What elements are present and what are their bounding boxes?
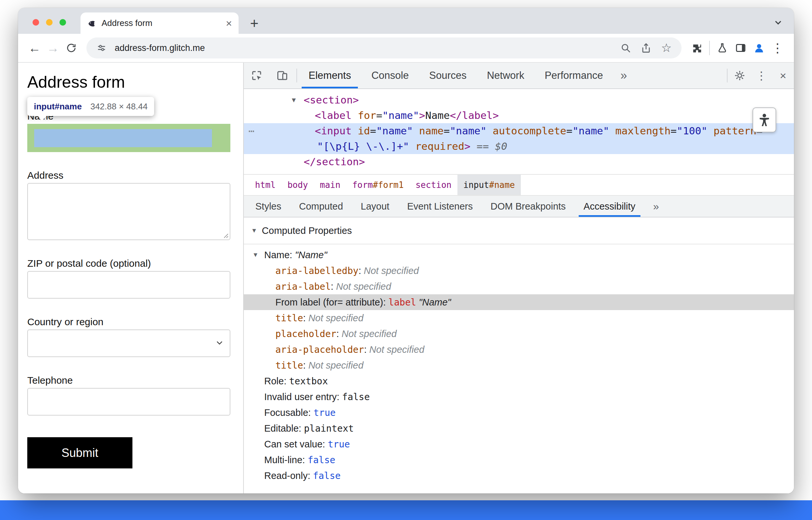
accessibility-person-button[interactable] [753, 107, 776, 132]
address-label: Address [27, 170, 230, 181]
experiments-flask-icon[interactable] [713, 39, 732, 57]
disclosure-triangle-icon[interactable]: ▼ [251, 227, 257, 234]
zip-input[interactable] [27, 271, 230, 298]
computed-properties-header[interactable]: ▼ Computed Properties [244, 217, 794, 244]
a11y-row-read-only[interactable]: Read-only: false [244, 468, 794, 484]
page-title: Address form [27, 73, 243, 92]
country-label: Country or region [27, 316, 230, 328]
dom-node-section-open[interactable]: ▼<section> [244, 92, 794, 108]
crumb-html[interactable]: html [249, 175, 282, 195]
more-panels-button[interactable]: » [613, 63, 634, 88]
devtools-settings-gear-icon[interactable] [729, 63, 751, 88]
person-icon [758, 113, 771, 127]
a11y-row-aria-label[interactable]: aria-label: Not specified [244, 279, 794, 294]
devtools-sidebar-tabs: Styles Computed Layout Event Listeners D… [244, 196, 794, 217]
crumb-form[interactable]: form#form1 [346, 175, 410, 195]
tooltip-element-name: input#name [34, 102, 82, 112]
site-settings-icon[interactable] [94, 41, 109, 55]
a11y-row-placeholder[interactable]: placeholder: Not specified [244, 326, 794, 342]
device-toolbar-button[interactable] [270, 63, 295, 88]
subtab-computed[interactable]: Computed [290, 196, 352, 217]
disclosure-triangle-icon[interactable]: ▼ [292, 92, 296, 108]
phone-input[interactable] [27, 388, 230, 416]
name-input[interactable] [27, 124, 230, 152]
zoom-icon[interactable] [618, 41, 633, 55]
dom-breadcrumbs: html body main form#form1 section input#… [244, 174, 794, 196]
elements-tree: ▼<section> <label for="name">Name</label… [244, 89, 794, 174]
back-button[interactable]: ← [25, 39, 44, 57]
resize-grip-icon[interactable] [220, 230, 229, 238]
dom-node-label[interactable]: <label for="name">Name</label> [244, 108, 794, 123]
browser-tab[interactable]: Address form × [80, 12, 238, 34]
node-options-dots-icon[interactable]: ⋯ [249, 123, 254, 139]
browser-window: Address form × + ← → address-form.glitch… [18, 8, 794, 493]
subtab-event-listeners[interactable]: Event Listeners [398, 196, 482, 217]
subtab-styles[interactable]: Styles [247, 196, 290, 217]
devtools-toolbar: Elements Console Sources Network Perform… [244, 63, 794, 89]
browser-toolbar: ← → address-form.glitch.me ☆ [18, 34, 794, 63]
accessibility-pane: ▼ Computed Properties ▼Name: "Name" aria… [244, 217, 794, 493]
devtools-tab-console[interactable]: Console [361, 63, 419, 88]
country-field-group: Country or region [27, 316, 230, 357]
dom-node-section-close[interactable]: </section> [244, 154, 794, 170]
subtab-layout[interactable]: Layout [352, 196, 398, 217]
phone-label: Telephone [27, 375, 230, 386]
dom-node-input-selected[interactable]: ⋯ <input id="name" name="name" autocompl… [244, 123, 794, 154]
a11y-row-editable[interactable]: Editable: plaintext [244, 420, 794, 436]
devtools-menu-kebab-icon[interactable]: ⋮ [751, 63, 772, 88]
tab-close-icon[interactable]: × [226, 18, 232, 29]
tooltip-arrow [38, 116, 46, 121]
minimize-window-button[interactable] [46, 19, 53, 26]
forward-button: → [44, 39, 62, 57]
a11y-row-from-label[interactable]: From label (for= attribute): label "Name… [244, 294, 794, 310]
extensions-puzzle-icon[interactable] [687, 39, 706, 57]
url-text[interactable]: address-form.glitch.me [115, 43, 205, 53]
a11y-row-focusable[interactable]: Focusable: true [244, 405, 794, 420]
zip-field-group: ZIP or postal code (optional) [27, 258, 230, 298]
tab-search-chevron-icon[interactable] [773, 17, 783, 29]
share-icon[interactable] [639, 41, 653, 55]
a11y-row-title[interactable]: title: Not specified [244, 310, 794, 326]
a11y-row-invalid-user-entry[interactable]: Invalid user entry: false [244, 389, 794, 405]
devtools-tab-elements[interactable]: Elements [298, 63, 361, 88]
devtools-panel: Elements Console Sources Network Perform… [244, 63, 794, 493]
address-textarea[interactable] [27, 183, 230, 240]
crumb-input-selected[interactable]: input#name [457, 175, 521, 195]
maximize-window-button[interactable] [59, 19, 66, 26]
devtools-tab-sources[interactable]: Sources [419, 63, 477, 88]
crumb-body[interactable]: body [282, 175, 314, 195]
a11y-row-role[interactable]: Role: textbox [244, 373, 794, 389]
a11y-row-aria-labelledby[interactable]: aria-labelledby: Not specified [244, 263, 794, 279]
tooltip-dimensions: 342.88 × 48.44 [91, 102, 148, 112]
crumb-section[interactable]: section [409, 175, 457, 195]
toolbar-separator [297, 69, 297, 82]
a11y-row-name[interactable]: ▼Name: "Name" [244, 247, 794, 263]
reload-button[interactable] [62, 39, 80, 57]
devtools-close-icon[interactable]: × [772, 63, 794, 88]
a11y-row-title-2[interactable]: title: Not specified [244, 357, 794, 373]
country-select[interactable] [27, 330, 230, 357]
submit-button[interactable]: Submit [27, 437, 132, 468]
new-tab-button[interactable]: + [250, 15, 259, 31]
subtab-dom-breakpoints[interactable]: DOM Breakpoints [482, 196, 575, 217]
browser-menu-kebab-icon[interactable]: ⋮ [768, 39, 787, 57]
more-subtabs-button[interactable]: » [644, 196, 668, 217]
inspect-element-button[interactable] [244, 63, 270, 88]
toolbar-divider [709, 41, 710, 55]
traffic-lights [32, 19, 66, 26]
a11y-row-multi-line[interactable]: Multi-line: false [244, 452, 794, 468]
desktop-wallpaper [0, 500, 812, 520]
address-bar[interactable]: address-form.glitch.me ☆ [86, 37, 682, 58]
devtools-tab-performance[interactable]: Performance [534, 63, 613, 88]
profile-avatar[interactable] [750, 39, 768, 57]
side-panel-icon[interactable] [732, 39, 750, 57]
toolbar-separator [727, 69, 728, 82]
crumb-main[interactable]: main [314, 175, 346, 195]
a11y-row-aria-placeholder[interactable]: aria-placeholder: Not specified [244, 342, 794, 357]
a11y-row-can-set-value[interactable]: Can set value: true [244, 436, 794, 452]
subtab-accessibility[interactable]: Accessibility [575, 196, 644, 217]
close-window-button[interactable] [32, 19, 39, 26]
devtools-tab-network[interactable]: Network [477, 63, 535, 88]
disclosure-triangle-icon[interactable]: ▼ [252, 251, 259, 259]
bookmark-star-icon[interactable]: ☆ [659, 41, 674, 55]
